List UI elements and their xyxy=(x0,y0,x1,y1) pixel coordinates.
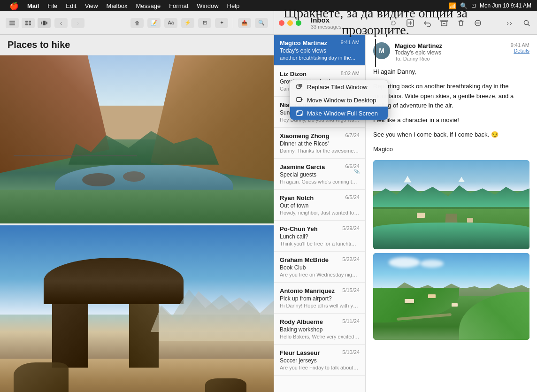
photos-app: ‹ › 🗑 📝 Aa ⚡ ⊞ ✦ 📤 🔍 Places to hike xyxy=(0,11,274,392)
back-btn[interactable]: ‹ xyxy=(54,18,68,28)
sender-name: Magico Martinez xyxy=(395,42,506,49)
mail-app: Inbox 33 messages ☺ ›› xyxy=(274,11,537,392)
text-btn[interactable]: Aa xyxy=(164,18,177,28)
chalet-2 xyxy=(428,294,436,298)
menubar-mail[interactable]: Mail xyxy=(23,1,43,10)
menubar-view[interactable]: View xyxy=(81,1,102,10)
minimize-button[interactable] xyxy=(287,20,293,26)
menubar-file[interactable]: File xyxy=(44,1,61,10)
grid-view-btn[interactable] xyxy=(38,18,51,28)
photo-arch xyxy=(0,225,274,392)
message-detail: M Magico Martinez Today's epic views To:… xyxy=(366,35,537,392)
inline-image-1 xyxy=(373,160,529,249)
foreground-hill xyxy=(373,223,529,249)
detail-from-row: M Magico Martinez Today's epic views To:… xyxy=(373,42,529,61)
rock-1 xyxy=(82,173,115,187)
inline-image-2 xyxy=(373,253,529,340)
menubar-mailbox[interactable]: Mailbox xyxy=(103,1,131,10)
svg-rect-11 xyxy=(441,20,447,22)
list-view-btn[interactable] xyxy=(22,18,35,28)
fullscreen-icon xyxy=(296,109,303,117)
photos-title-bar: Places to hike xyxy=(0,35,274,55)
menubar-edit[interactable]: Edit xyxy=(62,1,80,10)
list-item[interactable]: 6/5/24 Ryan Notch Out of town Howdy, nei… xyxy=(274,190,365,221)
share-btn[interactable]: 📤 xyxy=(238,18,251,28)
make-fullscreen-item[interactable]: Make Window Full Screen xyxy=(290,107,388,120)
chalet-1 xyxy=(405,299,414,303)
move-window-label: Move Window to Desktop xyxy=(307,97,376,104)
replace-tiled-window-item[interactable]: Replace Tiled Window xyxy=(290,80,388,93)
photos-toolbar: ‹ › 🗑 📝 Aa ⚡ ⊞ ✦ 📤 🔍 xyxy=(0,11,274,35)
body-line-4: See you when I come back, if I come back… xyxy=(373,130,529,140)
canyon-landscape xyxy=(0,55,274,223)
archive-btn[interactable] xyxy=(438,17,450,29)
replace-tiled-label: Replace Tiled Window xyxy=(307,84,368,91)
svg-rect-2 xyxy=(9,24,15,25)
fullscreen-button[interactable] xyxy=(296,20,301,26)
body-line-3: I felt like a character in a movie! xyxy=(373,115,529,125)
make-fullscreen-label: Make Window Full Screen xyxy=(307,110,378,117)
delete-photo-btn[interactable]: 🗑 xyxy=(130,18,144,28)
list-item[interactable]: 5/22/24 Graham McBride Book Club Are you… xyxy=(274,252,365,283)
more-btn[interactable]: ›› xyxy=(504,17,515,29)
move-window-item[interactable]: Move Window to Desktop xyxy=(290,93,388,107)
arch-landscape xyxy=(0,225,274,392)
junk-btn[interactable] xyxy=(472,17,483,29)
compose-new-btn[interactable] xyxy=(405,17,416,29)
search-btn[interactable]: 🔍 xyxy=(255,18,268,28)
list-item[interactable]: 5/15/24 Antonio Manriquez Pick up from a… xyxy=(274,283,365,314)
menubar-format[interactable]: Format xyxy=(165,1,192,10)
adjust-btn[interactable]: ⚡ xyxy=(181,18,194,28)
compose-btn[interactable]: 📝 xyxy=(147,18,161,28)
message-body: Hi again Danny, Reporting back on anothe… xyxy=(373,67,529,154)
search-mail-btn[interactable] xyxy=(521,17,532,29)
grid-btn[interactable]: ⊞ xyxy=(198,18,211,28)
list-item[interactable]: 5/29/24 Po-Chun Yeh Lunch call? Think yo… xyxy=(274,221,365,252)
message-to: To: Danny Rico xyxy=(395,56,506,61)
meadow-sky xyxy=(373,160,529,192)
rock-2 xyxy=(123,171,145,181)
body-line-2: Reporting back on another breathtaking d… xyxy=(373,82,529,111)
menubar-window[interactable]: Window xyxy=(193,1,222,10)
details-link[interactable]: Details xyxy=(511,48,529,54)
list-item[interactable]: 5/11/24 Rody Albuerne Baking workshop He… xyxy=(274,314,365,345)
body-line-1: Hi again Danny, xyxy=(373,67,529,77)
delete-btn[interactable] xyxy=(455,17,467,29)
sender-avatar: M xyxy=(373,42,390,59)
apple-menu[interactable]: 🍎 xyxy=(6,1,23,10)
forward-btn[interactable]: › xyxy=(71,18,84,28)
controlcenter-icon[interactable]: ⊡ xyxy=(471,2,476,9)
green-bank xyxy=(0,190,274,223)
menubar-message[interactable]: Message xyxy=(132,1,164,10)
photos-window-controls xyxy=(6,18,51,28)
svg-rect-1 xyxy=(9,23,15,23)
arch-pillar-right xyxy=(129,298,159,368)
list-item[interactable]: 6/6/24 Jasmine Garcia Special guests Hi … xyxy=(274,159,365,190)
fence xyxy=(14,155,137,156)
menubar-help[interactable]: Help xyxy=(223,1,244,10)
mail-toolbar: Inbox 33 messages ☺ ›› xyxy=(274,11,537,35)
arch-span xyxy=(44,258,183,304)
list-item[interactable]: 6/7/24 Xiaomeng Zhong Dinner at the Rico… xyxy=(274,128,365,159)
svg-rect-4 xyxy=(29,21,31,23)
photos-title: Places to hike xyxy=(8,39,70,50)
inbox-count: 33 messages xyxy=(311,24,384,30)
wifi-icon: 📶 xyxy=(449,2,456,9)
replace-icon xyxy=(296,83,303,91)
svg-rect-6 xyxy=(29,23,31,25)
search-menubar-icon[interactable]: 🔍 xyxy=(460,2,468,9)
menubar: 🍎 Mail File Edit View Mailbox Message Fo… xyxy=(0,0,537,11)
chalet-3 xyxy=(452,303,458,307)
close-button[interactable] xyxy=(279,20,284,26)
retouch-btn[interactable]: ✦ xyxy=(215,18,228,28)
body-line-5: Magico xyxy=(373,145,529,154)
foreground-rock-right xyxy=(205,378,246,392)
list-item[interactable]: 9:41 AM Magico Martinez Today's epic vie… xyxy=(274,35,365,66)
reply-btn[interactable] xyxy=(422,17,433,29)
emoji-btn[interactable]: ☺ xyxy=(388,17,399,29)
list-item[interactable]: 5/10/24 Fleur Lasseur Soccer jerseys Are… xyxy=(274,345,365,376)
sidebar-toggle-btn[interactable] xyxy=(6,18,19,28)
context-menu: Replace Tiled Window Move Window to Desk… xyxy=(290,80,388,120)
photo-canyon xyxy=(0,55,274,223)
svg-rect-9 xyxy=(46,22,47,24)
